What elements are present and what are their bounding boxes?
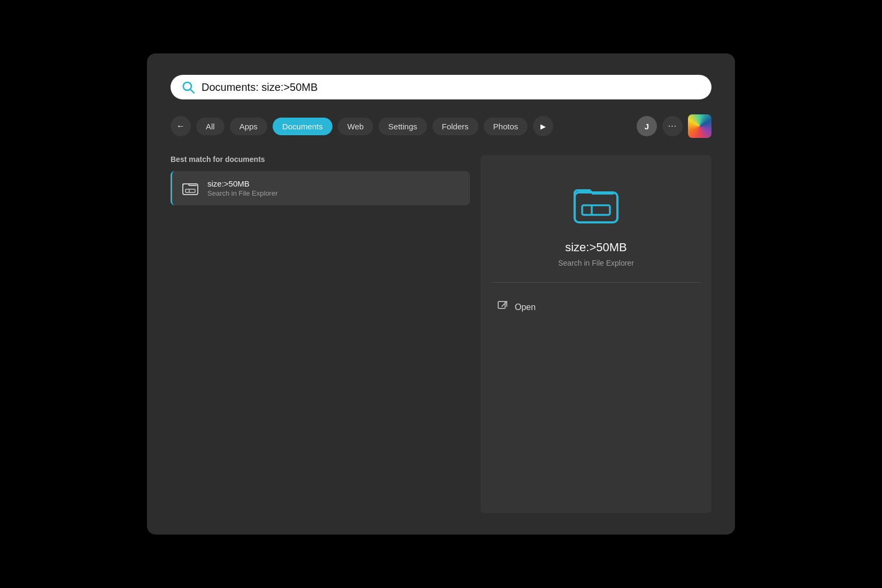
more-icon: ···	[668, 121, 677, 131]
more-button[interactable]: ···	[662, 116, 683, 136]
tabs-row: ← All Apps Documents Web Settings Folder…	[171, 114, 711, 138]
result-text: size:>50MB Search in File Explorer	[207, 179, 278, 197]
tab-documents[interactable]: Documents	[273, 118, 332, 135]
result-item[interactable]: size:>50MB Search in File Explorer	[171, 171, 470, 205]
tab-apps[interactable]: Apps	[230, 118, 267, 135]
back-icon: ←	[176, 121, 185, 131]
macos-icon[interactable]	[688, 114, 711, 138]
tab-all[interactable]: All	[196, 118, 225, 135]
preview-icon	[569, 176, 623, 230]
tab-photos[interactable]: Photos	[484, 118, 528, 135]
tab-web[interactable]: Web	[338, 118, 374, 135]
search-input-value[interactable]: Documents: size:>50MB	[202, 81, 701, 94]
play-button[interactable]: ▶	[533, 116, 553, 136]
preview-title: size:>50MB	[565, 241, 627, 254]
open-label: Open	[515, 303, 536, 312]
main-content: Best match for documents size:>50MB Sear…	[171, 155, 711, 513]
left-panel: Best match for documents size:>50MB Sear…	[171, 155, 481, 513]
result-subtitle: Search in File Explorer	[207, 189, 278, 197]
svg-line-1	[190, 89, 194, 93]
file-explorer-icon	[181, 179, 200, 198]
search-bar[interactable]: Documents: size:>50MB	[171, 75, 711, 99]
search-icon	[181, 80, 195, 94]
spotlight-window: Documents: size:>50MB ← All Apps Documen…	[147, 53, 735, 535]
right-panel: size:>50MB Search in File Explorer Open	[481, 155, 711, 513]
tab-settings[interactable]: Settings	[378, 118, 427, 135]
svg-rect-6	[582, 205, 610, 215]
result-title: size:>50MB	[207, 179, 278, 188]
open-icon	[497, 300, 508, 314]
user-avatar[interactable]: J	[637, 116, 657, 136]
svg-rect-5	[575, 192, 617, 222]
play-icon: ▶	[540, 122, 546, 130]
section-title: Best match for documents	[171, 155, 470, 164]
svg-rect-8	[498, 301, 505, 308]
back-button[interactable]: ←	[171, 116, 191, 136]
divider	[491, 282, 701, 283]
svg-rect-3	[185, 189, 195, 192]
open-action[interactable]: Open	[491, 298, 701, 316]
preview-subtitle: Search in File Explorer	[558, 259, 634, 267]
tab-folders[interactable]: Folders	[432, 118, 478, 135]
svg-line-9	[502, 301, 507, 306]
